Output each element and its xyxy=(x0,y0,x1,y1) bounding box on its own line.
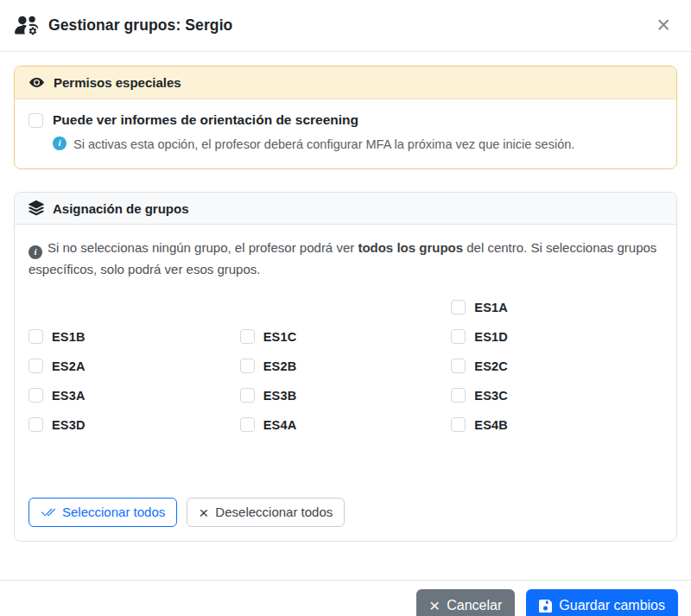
group-label: ES2B xyxy=(263,359,297,373)
special-permissions-header: Permisos especiales xyxy=(15,67,676,99)
x-icon: × xyxy=(429,599,440,613)
page-title: Gestionar grupos: Sergio xyxy=(48,16,232,35)
eye-icon xyxy=(29,74,45,91)
group-assignment-header: Asignación de grupos xyxy=(15,193,676,225)
modal-footer: × Cancelar Guardar cambios xyxy=(0,580,691,616)
group-checkbox[interactable] xyxy=(29,388,43,403)
group-label: ES1C xyxy=(263,330,297,344)
group-checkbox[interactable] xyxy=(240,388,255,403)
group-label: ES2A xyxy=(52,359,86,373)
group-assignment-body: iSi no seleccionas ningún grupo, el prof… xyxy=(15,225,676,541)
group-label: ES1D xyxy=(474,330,508,344)
group-checkbox-item[interactable]: ES1A xyxy=(451,300,662,314)
group-checkbox[interactable] xyxy=(451,359,466,373)
group-checkbox-item[interactable]: ES1C xyxy=(240,329,452,344)
screening-permission-row[interactable]: Puede ver informes de orientación de scr… xyxy=(29,112,662,128)
cancel-button[interactable]: × Cancelar xyxy=(416,589,515,616)
x-icon: × xyxy=(199,506,208,519)
mfa-info-line: i Si activas esta opción, el profesor de… xyxy=(53,136,662,153)
deselect-all-button[interactable]: × Deseleccionar todos xyxy=(187,498,345,527)
modal-header: Gestionar grupos: Sergio × xyxy=(0,0,691,52)
modal-body: Permisos especiales Puede ver informes d… xyxy=(0,52,691,556)
bulk-select-row: Seleccionar todos × Deseleccionar todos xyxy=(29,498,662,527)
group-checkbox[interactable] xyxy=(451,417,466,432)
group-checkbox[interactable] xyxy=(240,359,255,373)
group-checkbox[interactable] xyxy=(29,417,43,432)
select-all-button[interactable]: Seleccionar todos xyxy=(29,498,177,527)
group-label: ES3D xyxy=(52,418,86,432)
special-permissions-body: Puede ver informes de orientación de scr… xyxy=(15,99,676,168)
special-permissions-title: Permisos especiales xyxy=(54,75,181,90)
group-checkbox-item[interactable]: ES2B xyxy=(240,359,452,373)
groups-grid: ES1A ES1B ES1C ES1D xyxy=(29,300,662,432)
group-label: ES3A xyxy=(52,389,86,403)
group-checkbox[interactable] xyxy=(240,329,255,344)
group-assignment-title: Asignación de grupos xyxy=(53,201,189,216)
group-checkbox-item[interactable]: ES3A xyxy=(29,388,240,403)
group-label: ES3C xyxy=(474,389,508,403)
group-checkbox[interactable] xyxy=(29,359,43,373)
group-checkbox[interactable] xyxy=(29,329,43,344)
mfa-info-text: Si activas esta opción, el profesor debe… xyxy=(73,136,574,153)
save-button[interactable]: Guardar cambios xyxy=(526,589,678,616)
group-checkbox-item[interactable]: ES4B xyxy=(451,417,662,432)
info-icon: i xyxy=(29,245,42,259)
special-permissions-card: Permisos especiales Puede ver informes d… xyxy=(14,66,677,169)
check-double-icon xyxy=(41,505,55,520)
group-checkbox-item[interactable]: ES3C xyxy=(451,388,662,403)
group-label: ES4A xyxy=(263,418,297,432)
group-assignment-card: Asignación de grupos iSi no seleccionas … xyxy=(14,192,677,542)
groups-info-bold: todos los grupos xyxy=(358,240,463,255)
screening-permission-checkbox[interactable] xyxy=(29,113,43,128)
screening-permission-label: Puede ver informes de orientación de scr… xyxy=(53,112,358,128)
group-checkbox[interactable] xyxy=(240,417,255,432)
group-label: ES2C xyxy=(474,359,508,373)
layers-icon xyxy=(29,200,44,216)
group-checkbox[interactable] xyxy=(451,329,466,344)
group-checkbox-item[interactable]: ES3D xyxy=(29,417,240,432)
close-icon[interactable]: × xyxy=(656,14,670,37)
group-label: ES1A xyxy=(474,301,508,314)
save-icon xyxy=(539,600,552,613)
group-label: ES4B xyxy=(474,418,508,432)
info-icon: i xyxy=(53,137,67,150)
group-checkbox-item[interactable]: ES3B xyxy=(240,388,452,403)
group-checkbox-item[interactable]: ES4A xyxy=(240,417,452,432)
group-checkbox-item[interactable]: ES2A xyxy=(29,359,240,373)
group-checkbox-item[interactable]: ES1B xyxy=(29,329,240,344)
group-label: ES3B xyxy=(263,389,297,403)
groups-info-text: iSi no seleccionas ningún grupo, el prof… xyxy=(29,238,662,279)
users-gear-icon xyxy=(14,15,40,37)
group-checkbox-item[interactable]: ES2C xyxy=(451,359,662,373)
group-checkbox[interactable] xyxy=(451,388,466,403)
group-checkbox[interactable] xyxy=(451,300,466,314)
group-checkbox-item[interactable]: ES1D xyxy=(451,329,662,344)
group-label: ES1B xyxy=(52,330,86,344)
